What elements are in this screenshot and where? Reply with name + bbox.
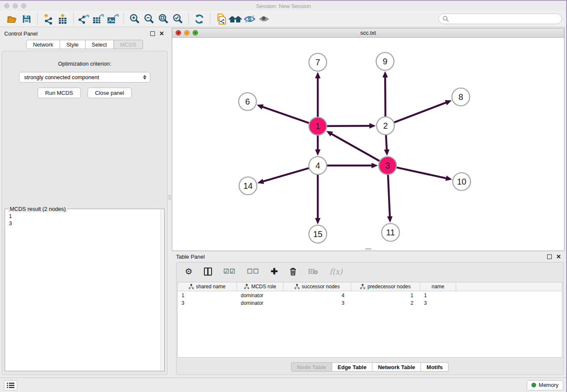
graph-edge-3-10[interactable] (396, 168, 446, 178)
search-box[interactable] (438, 14, 562, 24)
criterion-dropdown[interactable]: strongly connected component (19, 72, 150, 83)
graph-edge-1-6[interactable] (262, 107, 309, 123)
graph-edge-2-8[interactable] (394, 102, 446, 122)
zoom-selected-icon[interactable] (171, 13, 185, 25)
toolbar-separator (188, 13, 189, 25)
show-all-icon[interactable] (257, 13, 271, 25)
close-panel-icon[interactable]: ✕ (159, 31, 164, 36)
mcds-result-scrollbar[interactable] (160, 210, 164, 370)
table-panel: Table Panel ✕ ⚙ ☑☑ ☐☐ ✚ f(x) shared (172, 252, 564, 376)
zoom-out-icon[interactable] (142, 13, 156, 25)
window-title: Session: New Session (0, 3, 567, 9)
table-settings-icon[interactable]: ⚙ (185, 267, 193, 276)
close-panel-button[interactable]: Close panel (88, 88, 132, 98)
graph-node-9[interactable]: 9 (376, 52, 394, 70)
select-all-checkboxes-icon[interactable]: ☑☑ (223, 268, 236, 275)
optimization-criterion-label: Optimization criterion: (2, 61, 167, 67)
graph-edge-1-2[interactable] (327, 126, 370, 126)
graph-node-10[interactable]: 10 (453, 173, 471, 190)
tab-network-table[interactable]: Network Table (372, 362, 421, 372)
graph-node-2[interactable]: 2 (377, 117, 394, 135)
graph-node-6[interactable]: 6 (239, 93, 256, 110)
refresh-icon[interactable] (192, 13, 206, 25)
run-mcds-button[interactable]: Run MCDS (38, 88, 81, 98)
float-table-panel-icon[interactable] (547, 254, 552, 259)
sort-tree-icon (244, 284, 249, 289)
table-row[interactable]: 1 dominator 4 1 1 (178, 292, 562, 299)
graph-edge-4-14[interactable] (263, 168, 309, 182)
graph-node-7[interactable]: 7 (309, 53, 327, 71)
export-table-icon[interactable] (91, 13, 106, 25)
delete-column-icon[interactable] (289, 267, 297, 276)
svg-text:11: 11 (386, 228, 395, 237)
graph-node-4[interactable]: 4 (309, 157, 327, 174)
table-panel-title: Table Panel (176, 254, 205, 260)
task-history-button[interactable] (4, 380, 17, 390)
tab-edge-table[interactable]: Edge Table (332, 362, 372, 372)
mcds-result-text[interactable]: 1 3 (5, 209, 164, 230)
sort-tree-icon (189, 284, 194, 289)
add-column-icon[interactable]: ✚ (271, 266, 278, 276)
split-view-icon[interactable] (204, 268, 212, 276)
graph-node-11[interactable]: 11 (382, 224, 399, 241)
graph-edge-3-11[interactable] (388, 175, 390, 217)
tab-select[interactable]: Select (85, 40, 114, 49)
graph-node-1[interactable]: 1 (309, 117, 327, 135)
float-panel-icon[interactable] (150, 31, 155, 36)
network-window-titlebar: ✕ − ＋ scc.txt (172, 28, 564, 38)
delete-table-icon[interactable] (308, 268, 318, 275)
network-hscrollbar[interactable] (365, 248, 372, 250)
export-network-icon[interactable] (77, 13, 91, 25)
memory-label: Memory (539, 382, 559, 388)
column-header-mcds-role[interactable]: MCDS role (237, 282, 284, 291)
network-canvas[interactable]: 7968124314101511 (172, 38, 564, 251)
tab-style[interactable]: Style (60, 40, 85, 49)
deselect-all-checkboxes-icon[interactable]: ☐☐ (247, 268, 259, 275)
import-table-icon[interactable] (55, 13, 70, 25)
close-table-panel-icon[interactable]: ✕ (556, 254, 561, 259)
column-header-name[interactable]: name (420, 282, 456, 291)
graph-node-8[interactable]: 8 (452, 88, 470, 106)
table-panel-header: Table Panel ✕ (172, 252, 564, 261)
tab-node-table[interactable]: Node Table (291, 362, 332, 372)
panel-divider-grip[interactable] (168, 193, 171, 202)
open-session-icon[interactable] (5, 13, 19, 25)
svg-text:15: 15 (313, 229, 322, 239)
graph-edge-3-1[interactable] (331, 134, 380, 161)
control-panel-tabs: Network Style Select MCDS (2, 40, 168, 49)
graph-edge-2-3[interactable] (386, 135, 387, 150)
search-input[interactable] (451, 16, 558, 22)
new-network-from-selection-icon[interactable] (214, 13, 228, 25)
graph-edge-2-9[interactable] (385, 77, 385, 116)
graph-node-14[interactable]: 14 (239, 177, 257, 195)
toolbar-separator (210, 13, 210, 25)
tab-network[interactable]: Network (26, 40, 60, 49)
import-network-icon[interactable] (41, 13, 55, 25)
toolbar-separator (37, 13, 38, 25)
memory-button[interactable]: Memory (527, 380, 563, 390)
svg-text:8: 8 (458, 92, 463, 102)
graph-node-3[interactable]: 3 (379, 157, 396, 174)
export-image-icon[interactable] (106, 13, 120, 25)
control-panel: Control Panel ✕ Network Style Select MCD… (2, 29, 168, 375)
function-builder-icon[interactable]: f(x) (330, 267, 343, 276)
column-header-successor-nodes[interactable]: successor nodes (284, 282, 351, 291)
zoom-in-icon[interactable] (127, 13, 142, 25)
network-window: ✕ − ＋ scc.txt 7968124314101511 (172, 28, 564, 251)
graph-node-15[interactable]: 15 (309, 225, 327, 243)
control-panel-header: Control Panel ✕ (2, 29, 168, 38)
svg-text:3: 3 (385, 161, 390, 170)
hide-selected-icon[interactable] (242, 13, 257, 25)
column-header-shared-name[interactable]: shared name (178, 282, 237, 291)
network-graph[interactable]: 7968124314101511 (172, 38, 564, 251)
tab-motifs[interactable]: Motifs (421, 362, 449, 372)
zoom-fit-icon[interactable] (156, 13, 171, 25)
table-tabs: Node Table Edge Table Network Table Moti… (176, 362, 563, 372)
tab-mcds[interactable]: MCDS (114, 40, 143, 49)
status-bar: Memory (0, 378, 567, 392)
column-header-predecessor-nodes[interactable]: predecessor nodes (351, 282, 420, 291)
save-session-icon[interactable] (19, 13, 34, 25)
first-neighbors-icon[interactable] (228, 13, 242, 25)
table-row[interactable]: 3 dominator 3 2 3 (178, 300, 562, 306)
toolbar-separator (124, 13, 124, 25)
